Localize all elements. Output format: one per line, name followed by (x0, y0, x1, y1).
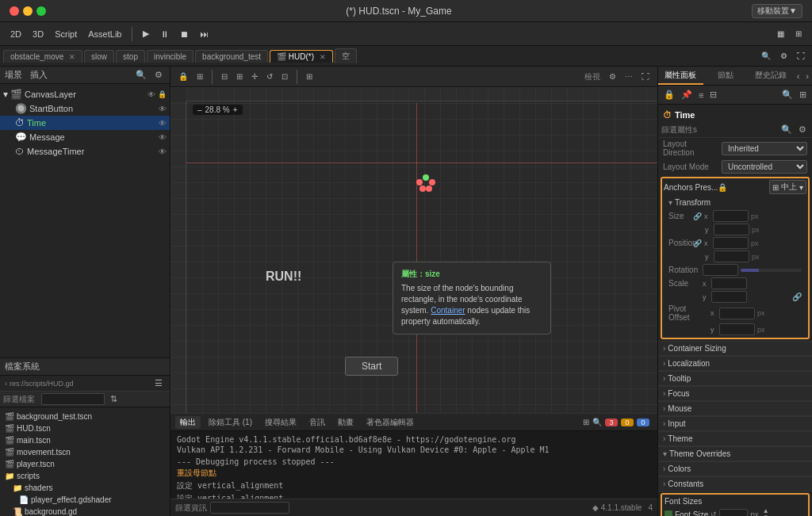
local-btn[interactable]: ⊞ (791, 28, 806, 40)
pivot-y-input[interactable]: 0 (719, 323, 755, 335)
start-button-mock[interactable]: Start (345, 357, 398, 376)
console-tab-search[interactable]: 搜尋結果 (260, 416, 301, 429)
tab-obstacle-move[interactable]: obstacle_move ✕ (3, 50, 82, 63)
messagetimer-eye-icon[interactable]: 👁 (159, 147, 167, 156)
scene-settings-btn[interactable]: ⚙ (152, 69, 165, 81)
tab-empty[interactable]: 空 (335, 48, 357, 63)
pos-x-input[interactable]: 340 (713, 237, 749, 249)
fs-item-player-effect[interactable]: 📄 player_effect.gdshader (0, 494, 170, 506)
time-eye-icon[interactable]: 👁 (159, 119, 167, 128)
colors-section[interactable]: › Colors (658, 461, 812, 476)
tree-item-messagetimer[interactable]: ⏲ MessageTimer 👁 (0, 144, 170, 159)
font-size-stepper[interactable]: ▲ ▼ (763, 508, 769, 516)
stop-btn[interactable]: ⏹ (176, 28, 193, 40)
theme-overrides-section[interactable]: ▾ Theme Overrides (658, 446, 812, 461)
expand-btn[interactable]: ⛶ (793, 50, 809, 62)
position-link-btn[interactable]: 🔗 (693, 239, 702, 247)
filesystem-sort-btn[interactable]: ⇅ (108, 393, 120, 405)
size-y-input[interactable]: 100 (714, 224, 749, 235)
console-filter-input[interactable] (210, 502, 289, 514)
rp-tab-properties[interactable]: 屬性面板 (658, 67, 703, 85)
lock-btn[interactable]: 🔒 (175, 71, 191, 82)
rp-pin-btn[interactable]: 📌 (679, 89, 695, 101)
rp-tab-history[interactable]: 歷史記錄 (749, 67, 794, 85)
tooltip-section[interactable]: › Tooltip (658, 371, 812, 386)
pos-y-input[interactable]: 50 (714, 250, 749, 262)
view-settings-btn[interactable]: ⚙ (606, 71, 619, 82)
fs-item-player[interactable]: 🎬 player.tscn (0, 458, 170, 470)
fs-folder-shaders[interactable]: 📁 shaders (0, 482, 170, 494)
console-tab-output[interactable]: 輸出 (175, 416, 201, 429)
rp-back-btn[interactable]: ‹ (794, 71, 803, 82)
rotation-input[interactable]: 0 (703, 264, 738, 276)
filter-settings-btn[interactable]: ⚙ (796, 124, 809, 136)
message-eye-icon[interactable]: 👁 (159, 133, 167, 142)
anchor-btn[interactable]: ⊞ (303, 71, 316, 82)
close-button[interactable] (10, 6, 19, 16)
scale-btn[interactable]: ⊡ (278, 71, 291, 82)
filter-icon-btn[interactable]: 🔍 (779, 124, 795, 136)
fs-folder-scripts[interactable]: 📁 scripts (0, 470, 170, 482)
anchors-dropdown[interactable]: ⊞ 中上 ▾ (769, 180, 806, 194)
transform-section-header[interactable]: ▾ Transform (664, 196, 806, 209)
rp-lock-btn[interactable]: 🔒 (661, 89, 677, 101)
localization-section[interactable]: › Localization (658, 356, 812, 371)
pause-btn[interactable]: ⏸ (156, 28, 173, 40)
tab-invincible[interactable]: invincible (147, 50, 193, 63)
assetlib-btn[interactable]: AssetLib (84, 28, 125, 40)
tab-hud[interactable]: 🎬 HUD(*) ✕ (270, 50, 333, 63)
script-btn[interactable]: Script (51, 28, 81, 40)
tab-slow[interactable]: slow (84, 50, 114, 63)
scale-link-btn[interactable]: 🔗 (792, 292, 802, 301)
rotate-btn[interactable]: ↺ (263, 71, 276, 82)
move-btn[interactable]: ✛ (248, 71, 261, 82)
fs-item-movement[interactable]: 🎬 movement.tscn (0, 446, 170, 458)
snap-btn[interactable]: ⊟ (218, 71, 231, 82)
maximize-button[interactable] (36, 6, 46, 16)
tree-item-startbutton[interactable]: 🔘 StartButton 👁 (0, 101, 170, 116)
zoom-out-btn[interactable]: – (197, 105, 202, 114)
constants-section[interactable]: › Constants (658, 476, 812, 491)
viewport[interactable]: – 28.8 % + RUN!! Start (170, 87, 657, 413)
font-size-checkbox[interactable] (665, 510, 672, 516)
canvaslayer-lock-icon[interactable]: 🔒 (158, 90, 167, 98)
theme-section[interactable]: › Theme (658, 431, 812, 446)
fullscreen-btn[interactable]: ⛶ (638, 71, 653, 82)
layout-mode-dropdown[interactable]: Uncontrolled (722, 160, 807, 174)
size-x-input[interactable]: 40 (713, 210, 749, 222)
rp-settings-btn[interactable]: ≡ (696, 90, 706, 101)
fs-item-background-gd[interactable]: 📜 background.gd (0, 506, 170, 516)
size-link-btn[interactable]: 🔗 (693, 212, 702, 220)
font-size-input[interactable]: 60 (719, 509, 748, 517)
mode-3d-btn[interactable]: 3D (29, 28, 48, 40)
search-viewport-btn[interactable]: 🔍 (757, 50, 775, 62)
startbutton-eye-icon[interactable]: 👁 (159, 105, 167, 113)
tooltip-link[interactable]: Container (431, 306, 465, 315)
minimize-button[interactable] (23, 6, 33, 16)
console-tab-debug[interactable]: 除錯工具 (1) (204, 416, 257, 429)
play-btn[interactable]: ▶ (139, 27, 153, 40)
input-section[interactable]: › Input (658, 416, 812, 431)
rp-expand-btn[interactable]: ⊞ (797, 89, 809, 101)
scale-x-input[interactable]: 1 (711, 277, 747, 289)
pivot-x-input[interactable]: 0 (719, 308, 755, 319)
tab-stop[interactable]: stop (116, 50, 145, 63)
mode-2d-btn[interactable]: 2D (6, 28, 25, 40)
font-size-link-btn[interactable]: ↺ (710, 510, 717, 516)
tree-item-canvaslayer[interactable]: ▾ 🎬 CanvasLayer 👁 🔒 (0, 87, 170, 101)
fs-item-main[interactable]: 🎬 main.tscn (0, 434, 170, 446)
viewport-options-btn[interactable]: ⚙ (776, 50, 791, 62)
tab-hud-close-icon[interactable]: ✕ (320, 53, 326, 61)
fs-item-background-test[interactable]: 🎬 background_test.tscn (0, 411, 170, 422)
filesystem-search-input[interactable] (41, 393, 105, 405)
container-sizing-section[interactable]: › Container Sizing (658, 341, 812, 356)
scene-search-btn[interactable]: 🔍 (133, 69, 149, 81)
tree-item-message[interactable]: 💬 Message 👁 (0, 130, 170, 144)
device-btn[interactable]: 移動裝置▼ (752, 4, 802, 18)
filesystem-layout-btn[interactable]: ☰ (152, 377, 165, 389)
rp-search-btn[interactable]: 🔍 (779, 89, 795, 101)
rp-filter-btn[interactable]: ⊟ (707, 89, 719, 101)
tab-background-test[interactable]: background_test (195, 50, 268, 63)
console-tab-audio[interactable]: 音訊 (304, 416, 330, 429)
mouse-section[interactable]: › Mouse (658, 401, 812, 416)
